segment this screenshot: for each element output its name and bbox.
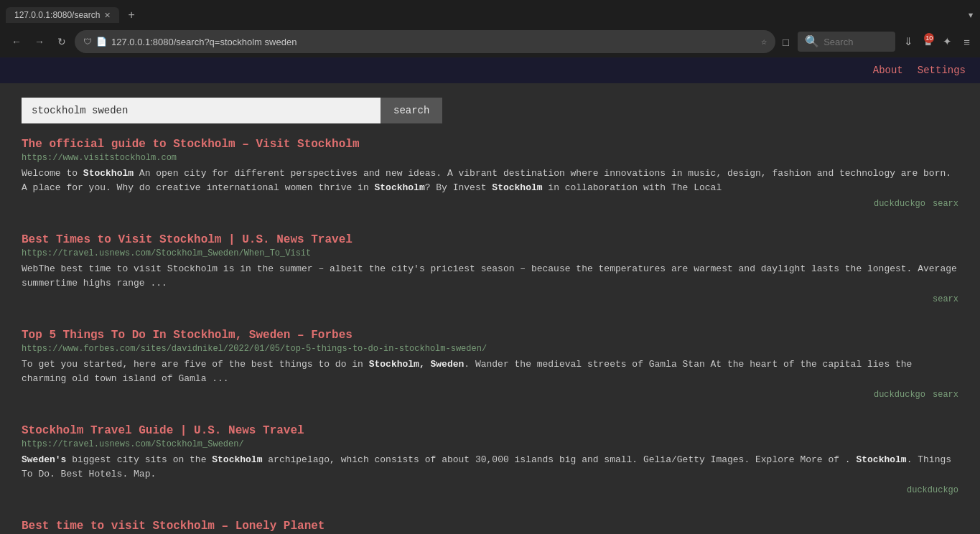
result-title[interactable]: Stockholm Travel Guide | U.S. News Trave…	[22, 424, 958, 437]
result-sources: duckduckgo	[22, 485, 958, 495]
browser-search-input[interactable]	[823, 37, 888, 47]
page-topbar: About Settings	[0, 57, 980, 83]
result-item: The official guide to Stockholm – Visit …	[22, 138, 958, 216]
nav-bar-right: □ 🔍 ⇓ ■ 10 ✦ ≡	[780, 32, 973, 52]
result-item: Top 5 Things To Do In Stockholm, Sweden …	[22, 329, 958, 407]
tab-close-icon[interactable]: ✕	[104, 11, 111, 20]
source-link-searx[interactable]: searx	[933, 294, 958, 304]
source-link-duckduckgo[interactable]: duckduckgo	[874, 199, 925, 209]
result-title[interactable]: The official guide to Stockholm – Visit …	[22, 138, 958, 151]
new-tab-button[interactable]: +	[123, 7, 139, 23]
source-link-duckduckgo[interactable]: duckduckgo	[907, 485, 958, 495]
forward-button[interactable]: →	[30, 33, 49, 50]
result-snippet: To get you started, here are five of the…	[22, 357, 958, 385]
bookmark-icon[interactable]: ☆	[761, 36, 767, 47]
result-sources: duckduckgosearx	[22, 390, 958, 400]
result-snippet: WebThe best time to visit Stockholm is i…	[22, 262, 958, 290]
result-title[interactable]: Best Times to Visit Stockholm | U.S. New…	[22, 233, 958, 246]
download-button[interactable]: ⇓	[901, 32, 916, 51]
search-section: search	[0, 83, 980, 131]
extension-badge-button[interactable]: ■ 10	[922, 33, 934, 51]
security-icon: 🛡	[83, 37, 92, 47]
menu-button[interactable]: ≡	[961, 33, 973, 51]
address-bar-wrapper[interactable]: 🛡 📄 ☆	[75, 30, 775, 53]
search-icon: 🔍	[805, 34, 819, 49]
search-button[interactable]: search	[381, 98, 442, 123]
address-bar-input[interactable]	[111, 37, 757, 47]
settings-link[interactable]: Settings	[918, 65, 966, 76]
screenshot-button[interactable]: □	[780, 33, 792, 51]
result-url: https://travel.usnews.com/Stockholm_Swed…	[22, 248, 958, 258]
result-snippet: Sweden's biggest city sits on the Stockh…	[22, 453, 958, 481]
about-link[interactable]: About	[873, 65, 903, 76]
source-link-searx[interactable]: searx	[933, 199, 958, 209]
result-title[interactable]: Top 5 Things To Do In Stockholm, Sweden …	[22, 329, 958, 342]
tab-bar: 127.0.0.1:8080/search ✕ + ▾	[0, 0, 980, 26]
browser-search-box[interactable]: 🔍	[798, 32, 895, 52]
result-snippet: Welcome to Stockholm An open city for di…	[22, 167, 958, 195]
tab-title: 127.0.0.1:8080/search	[14, 10, 100, 20]
nav-bar: ← → ↻ 🛡 📄 ☆ □ 🔍 ⇓ ■ 10 ✦ ≡	[0, 26, 980, 57]
extension-badge: 10	[924, 33, 934, 43]
result-title[interactable]: Best time to visit Stockholm – Lonely Pl…	[22, 520, 958, 533]
active-tab[interactable]: 127.0.0.1:8080/search ✕	[6, 7, 119, 23]
result-sources: duckduckgosearx	[22, 199, 958, 209]
back-button[interactable]: ←	[7, 33, 26, 50]
result-item: Best time to visit Stockholm – Lonely Pl…	[22, 520, 958, 534]
result-sources: searx	[22, 294, 958, 304]
extensions-button[interactable]: ✦	[940, 32, 955, 51]
source-link-searx[interactable]: searx	[933, 390, 958, 400]
page-icon: 📄	[96, 37, 107, 47]
result-item: Stockholm Travel Guide | U.S. News Trave…	[22, 424, 958, 502]
source-link-duckduckgo[interactable]: duckduckgo	[874, 390, 925, 400]
tab-bar-collapse-icon[interactable]: ▾	[967, 8, 974, 22]
result-item: Best Times to Visit Stockholm | U.S. New…	[22, 233, 958, 312]
result-url: https://www.forbes.com/sites/davidnikel/…	[22, 344, 958, 354]
search-input[interactable]	[22, 98, 381, 123]
results-container: The official guide to Stockholm – Visit …	[0, 131, 980, 534]
result-url: https://www.visitstockholm.com	[22, 153, 958, 163]
reload-button[interactable]: ↻	[53, 33, 70, 50]
result-url: https://travel.usnews.com/Stockholm_Swed…	[22, 439, 958, 449]
browser-chrome: 127.0.0.1:8080/search ✕ + ▾ ← → ↻ 🛡 📄 ☆ …	[0, 0, 980, 57]
